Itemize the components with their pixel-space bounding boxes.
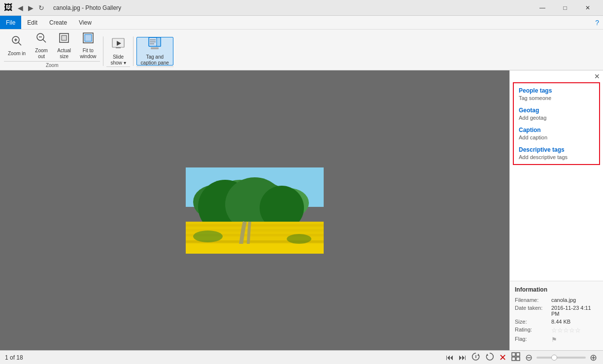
view-toggle-button[interactable] bbox=[510, 351, 521, 364]
svg-point-36 bbox=[193, 231, 223, 242]
flag-label: Flag: bbox=[515, 336, 549, 342]
caption-title[interactable]: Caption bbox=[519, 127, 594, 133]
ribbon-group-tag: Tag andcaption pane bbox=[136, 37, 173, 70]
filename-label: Filename: bbox=[515, 297, 549, 303]
window-controls: — □ ✕ bbox=[531, 0, 599, 16]
svg-marker-41 bbox=[486, 354, 488, 356]
svg-rect-13 bbox=[116, 47, 121, 48]
descriptive-tags-item: Descriptive tags Add descriptive tags bbox=[519, 146, 594, 160]
caption-item: Caption Add caption bbox=[519, 127, 594, 140]
descriptive-tags-title[interactable]: Descriptive tags bbox=[519, 146, 594, 153]
title-bar: 🖼 ◀ ▶ ↻ canola.jpg - Photo Gallery — □ ✕ bbox=[0, 0, 603, 16]
people-tags-title[interactable]: People tags bbox=[519, 87, 594, 94]
actual-size-label: Actualsize bbox=[57, 48, 71, 60]
rotate-cw-button[interactable] bbox=[484, 351, 495, 364]
prev-photo-button[interactable]: ⏭ bbox=[458, 352, 468, 363]
people-tags-item: People tags Tag someone bbox=[519, 87, 594, 101]
geotag-title[interactable]: Geotag bbox=[519, 107, 594, 114]
fit-window-label: Fit towindow bbox=[80, 48, 96, 60]
back-button[interactable]: ◀ bbox=[16, 3, 25, 13]
photo-canvas bbox=[186, 167, 324, 254]
zoom-in-label: Zoom in bbox=[8, 51, 26, 57]
app-icon: 🖼 bbox=[4, 2, 13, 13]
date-label: Date taken: bbox=[515, 305, 549, 311]
nav-buttons: ◀ ▶ ↻ bbox=[16, 3, 46, 13]
caption-action[interactable]: Add caption bbox=[519, 134, 594, 140]
zoom-in-button[interactable]: Zoom in bbox=[4, 32, 30, 60]
menu-create[interactable]: Create bbox=[43, 16, 73, 29]
zoom-out-label: Zoomout bbox=[35, 48, 48, 60]
rating-stars[interactable]: ☆☆☆☆☆ bbox=[551, 327, 581, 334]
actual-size-button[interactable]: Actualsize bbox=[53, 32, 75, 60]
zoom-out-status-button[interactable]: ⊖ bbox=[524, 351, 534, 364]
flag-value[interactable]: ⚑ bbox=[551, 336, 557, 343]
svg-rect-19 bbox=[151, 47, 159, 49]
zoom-slider[interactable] bbox=[536, 357, 586, 359]
zoom-thumb bbox=[551, 355, 557, 361]
photo-area[interactable] bbox=[0, 70, 509, 350]
slideshow-group-label bbox=[106, 66, 130, 70]
tags-section: People tags Tag someone Geotag Add geota… bbox=[513, 82, 600, 165]
rotate-ccw-button[interactable] bbox=[470, 351, 481, 364]
status-bar: 1 of 18 ⏮ ⏭ ✕ bbox=[0, 350, 603, 364]
zoom-group-label: Zoom bbox=[4, 61, 100, 70]
svg-rect-45 bbox=[516, 357, 520, 361]
first-photo-button[interactable]: ⏮ bbox=[445, 352, 455, 363]
filename-value: canola.jpg bbox=[551, 297, 576, 303]
panel-close-area: ✕ bbox=[510, 70, 603, 82]
people-tags-action[interactable]: Tag someone bbox=[519, 95, 594, 101]
menu-edit[interactable]: Edit bbox=[21, 16, 43, 29]
help-button[interactable]: ? bbox=[591, 17, 603, 29]
descriptive-tags-action[interactable]: Add descriptive tags bbox=[519, 154, 594, 160]
geotag-action[interactable]: Add geotag bbox=[519, 115, 594, 121]
tag-caption-button[interactable]: Tag andcaption pane bbox=[136, 37, 173, 66]
close-panel-button[interactable]: ✕ bbox=[594, 72, 600, 80]
slideshow-button[interactable]: Slideshow ▾ bbox=[106, 37, 130, 66]
zoom-in-icon bbox=[11, 35, 23, 50]
zoom-buttons: Zoom in Zoomout bbox=[4, 32, 100, 60]
photo-image bbox=[186, 167, 324, 254]
info-date-row: Date taken: 2016-11-23 4:11 PM bbox=[515, 305, 598, 317]
title-bar-left: 🖼 ◀ ▶ ↻ canola.jpg - Photo Gallery bbox=[4, 2, 121, 13]
svg-line-5 bbox=[43, 39, 46, 42]
fit-window-icon bbox=[82, 32, 94, 47]
svg-point-37 bbox=[287, 234, 311, 244]
zoom-in-status-button[interactable]: ⊕ bbox=[589, 351, 598, 364]
svg-rect-38 bbox=[186, 244, 324, 254]
menu-file[interactable]: File bbox=[0, 16, 21, 29]
svg-rect-32 bbox=[186, 224, 324, 227]
actual-size-icon bbox=[58, 32, 70, 47]
menu-view[interactable]: View bbox=[73, 16, 98, 29]
ribbon: Zoom in Zoomout bbox=[0, 30, 603, 70]
ribbon-group-zoom: Zoom in Zoomout bbox=[4, 32, 100, 70]
slideshow-buttons: Slideshow ▾ bbox=[106, 37, 130, 66]
info-size-row: Size: 8.44 KB bbox=[515, 319, 598, 325]
ribbon-divider-2 bbox=[133, 36, 134, 66]
svg-rect-42 bbox=[512, 353, 515, 356]
zoom-out-button[interactable]: Zoomout bbox=[31, 32, 52, 60]
rating-label: Rating: bbox=[515, 327, 549, 332]
date-value: 2016-11-23 4:11 PM bbox=[551, 305, 598, 317]
svg-line-1 bbox=[18, 42, 21, 45]
forward-button[interactable]: ▶ bbox=[26, 3, 35, 13]
status-position: 1 of 18 bbox=[5, 354, 23, 361]
tag-buttons: Tag andcaption pane bbox=[136, 37, 173, 66]
minimize-button[interactable]: — bbox=[531, 0, 554, 16]
info-rating-row: Rating: ☆☆☆☆☆ bbox=[515, 327, 598, 334]
main-content: ✕ People tags Tag someone Geotag Add geo… bbox=[0, 70, 603, 350]
slideshow-icon bbox=[111, 36, 125, 53]
slideshow-label: Slideshow ▾ bbox=[110, 54, 126, 66]
tag-caption-label: Tag andcaption pane bbox=[141, 54, 169, 66]
menu-bar: File Edit Create View ? bbox=[0, 16, 603, 30]
refresh-button[interactable]: ↻ bbox=[36, 3, 46, 13]
info-filename-row: Filename: canola.jpg bbox=[515, 297, 598, 303]
close-button[interactable]: ✕ bbox=[576, 0, 599, 16]
svg-marker-39 bbox=[477, 354, 479, 356]
ribbon-divider-1 bbox=[103, 36, 103, 66]
svg-rect-8 bbox=[62, 35, 67, 40]
delete-button[interactable]: ✕ bbox=[498, 351, 507, 364]
info-flag-row: Flag: ⚑ bbox=[515, 336, 598, 343]
maximize-button[interactable]: □ bbox=[554, 0, 576, 16]
svg-rect-10 bbox=[85, 34, 92, 41]
fit-window-button[interactable]: Fit towindow bbox=[76, 32, 100, 60]
